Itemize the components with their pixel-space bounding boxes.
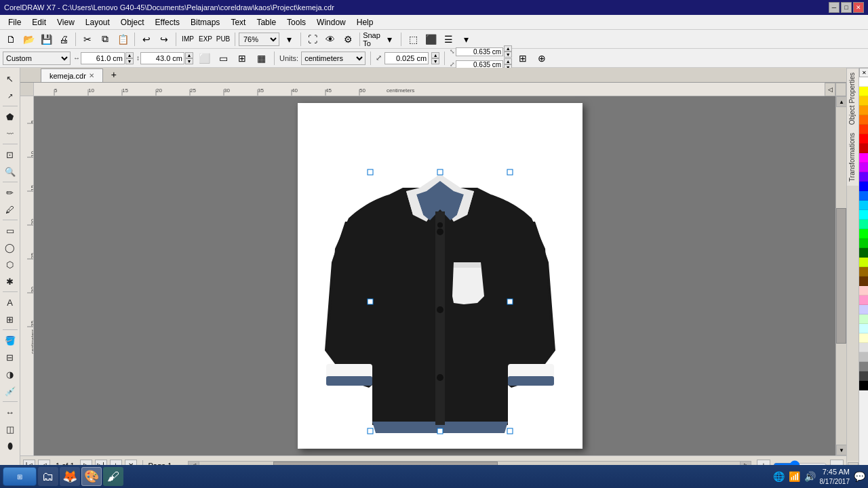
- color-mint[interactable]: [859, 314, 868, 324]
- scroll-up-button[interactable]: ▲: [836, 96, 846, 107]
- pick-tool[interactable]: ↗: [2, 87, 18, 104]
- options3-button[interactable]: ☰: [440, 32, 456, 47]
- menu-help[interactable]: Help: [351, 16, 379, 28]
- eyedropper-tool[interactable]: 💉: [2, 383, 18, 399]
- crop-tool[interactable]: ⊡: [2, 146, 18, 163]
- color-light-gray[interactable]: [859, 343, 868, 352]
- options2-button[interactable]: ⬛: [422, 32, 439, 47]
- color-cyan-light[interactable]: [859, 201, 868, 210]
- menu-tools[interactable]: Tools: [281, 16, 311, 28]
- drawing-canvas[interactable]: [34, 96, 846, 455]
- color-lavender[interactable]: [859, 305, 868, 314]
- zoom-options-button[interactable]: ▾: [281, 32, 297, 47]
- landscape-button[interactable]: ▭: [215, 51, 231, 66]
- color-red[interactable]: [859, 134, 868, 144]
- shape-tool[interactable]: ⬟: [2, 108, 18, 125]
- view-mode-button[interactable]: 👁: [322, 32, 338, 47]
- export-button[interactable]: EXP: [197, 32, 214, 47]
- color-lime[interactable]: [859, 258, 868, 267]
- fill-tool[interactable]: 🪣: [2, 332, 18, 348]
- collapse-panel-button[interactable]: ◁: [825, 83, 835, 96]
- copy-button[interactable]: ⧉: [97, 32, 113, 47]
- color-orange-light[interactable]: [859, 106, 868, 115]
- nudge-up-button[interactable]: ▲: [431, 52, 439, 58]
- taskbar-coreldraw[interactable]: 🎨: [81, 467, 102, 486]
- color-violet[interactable]: [859, 172, 868, 182]
- page-options-button[interactable]: ⊞: [234, 51, 250, 66]
- print-button[interactable]: 🖨: [56, 32, 72, 47]
- zoom-select[interactable]: 76% 100% 50% 25%: [239, 33, 279, 46]
- redo-button[interactable]: ↪: [156, 32, 172, 47]
- taskbar-file-explorer[interactable]: 🗂: [38, 467, 58, 486]
- x-input[interactable]: [456, 47, 503, 56]
- menu-layout[interactable]: Layout: [80, 16, 115, 28]
- vertical-scrollbar[interactable]: ▲ ▼: [835, 96, 846, 455]
- options4-button[interactable]: ▾: [458, 32, 474, 47]
- color-silver[interactable]: [859, 352, 868, 362]
- artistic-tool[interactable]: 🖊: [2, 201, 18, 218]
- scroll-down-button[interactable]: ▼: [836, 445, 846, 455]
- new-tab-button[interactable]: +: [106, 68, 122, 82]
- menu-effects[interactable]: Effects: [150, 16, 185, 28]
- color-orange[interactable]: [859, 115, 868, 125]
- x-spinner[interactable]: ▲ ▼: [504, 45, 512, 58]
- color-green-light[interactable]: [859, 220, 868, 229]
- document-tab[interactable]: kemeja.cdr ✕: [41, 68, 103, 82]
- snap-options-button[interactable]: ▾: [381, 32, 397, 47]
- polygon-tool[interactable]: ⬡: [2, 256, 18, 272]
- y-up-button[interactable]: ▲: [504, 58, 512, 64]
- transformations-panel[interactable]: Transformations: [847, 129, 859, 186]
- color-green-dark[interactable]: [859, 239, 868, 248]
- color-yellow[interactable]: [859, 87, 868, 96]
- save-button[interactable]: 💾: [38, 32, 54, 47]
- color-purple[interactable]: [859, 163, 868, 172]
- color-red-orange[interactable]: [859, 125, 868, 134]
- taskbar-corel-other[interactable]: 🖌: [103, 467, 123, 486]
- scroll-thumb[interactable]: [836, 208, 846, 343]
- blend-tool[interactable]: ↔: [2, 404, 18, 420]
- menu-window[interactable]: Window: [311, 16, 351, 28]
- color-black[interactable]: [859, 381, 868, 390]
- nudge-input[interactable]: [384, 52, 429, 64]
- language-icon[interactable]: 🌐: [773, 471, 785, 482]
- no-color-swatch[interactable]: ✕: [859, 68, 868, 77]
- cut-button[interactable]: ✂: [79, 32, 96, 47]
- shadow-tool[interactable]: ◫: [2, 421, 18, 437]
- menu-text[interactable]: Text: [225, 16, 251, 28]
- network-icon[interactable]: 📶: [789, 471, 800, 482]
- view-options-button[interactable]: ⚙: [340, 32, 356, 47]
- nudge-spinner[interactable]: ▲ ▼: [431, 52, 439, 64]
- freehand-tool[interactable]: ✏: [2, 184, 18, 201]
- x-down-button[interactable]: ▼: [504, 52, 512, 58]
- envelope-tool[interactable]: ⬮: [2, 438, 18, 454]
- notifications-icon[interactable]: 💬: [854, 471, 865, 482]
- color-pink[interactable]: [859, 296, 868, 305]
- ellipse-tool[interactable]: ◯: [2, 239, 18, 256]
- height-input[interactable]: [140, 52, 184, 64]
- height-up-button[interactable]: ▲: [185, 52, 193, 58]
- mesh-tool[interactable]: ⊟: [2, 349, 18, 365]
- publish-button[interactable]: PUB: [215, 32, 231, 47]
- color-white[interactable]: [859, 77, 868, 87]
- zoom-tool[interactable]: 🔍: [2, 163, 18, 180]
- menu-file[interactable]: File: [3, 16, 26, 28]
- tab-close-icon[interactable]: ✕: [89, 72, 94, 79]
- color-dark-green[interactable]: [859, 248, 868, 258]
- color-blue[interactable]: [859, 182, 868, 191]
- minimize-button[interactable]: ─: [829, 2, 840, 13]
- volume-icon[interactable]: 🔊: [804, 471, 816, 482]
- full-screen-button[interactable]: ⛶: [304, 32, 321, 47]
- color-brown[interactable]: [859, 267, 868, 277]
- height-spinner[interactable]: ▲ ▼: [185, 52, 193, 64]
- portrait-button[interactable]: ⬜: [196, 51, 212, 66]
- color-magenta[interactable]: [859, 153, 868, 163]
- width-up-button[interactable]: ▲: [125, 52, 134, 58]
- menu-object[interactable]: Object: [115, 16, 150, 28]
- x-up-button[interactable]: ▲: [504, 45, 512, 52]
- height-down-button[interactable]: ▼: [185, 58, 193, 64]
- menu-edit[interactable]: Edit: [26, 16, 52, 28]
- width-spinner[interactable]: ▲ ▼: [125, 52, 134, 64]
- width-down-button[interactable]: ▼: [125, 58, 134, 64]
- width-input[interactable]: [81, 52, 125, 64]
- rectangle-tool[interactable]: ▭: [2, 222, 18, 239]
